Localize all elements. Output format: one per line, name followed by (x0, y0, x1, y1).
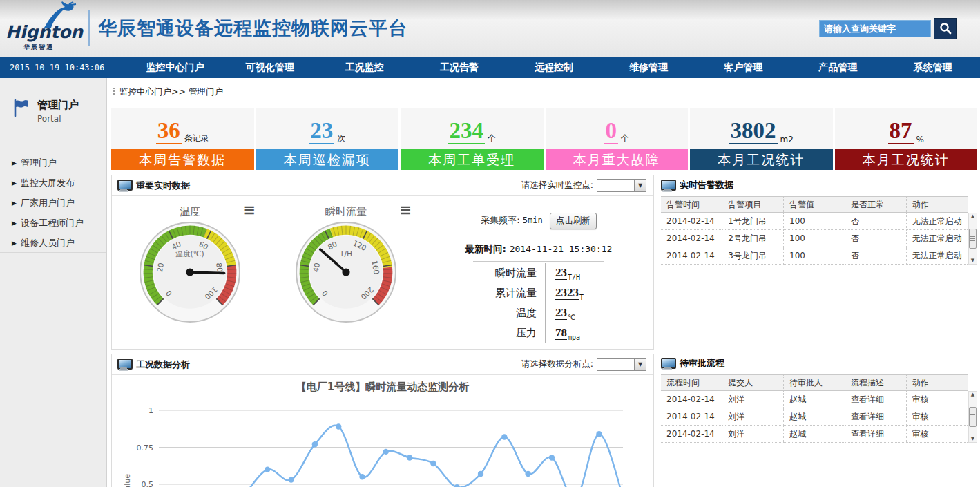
column-header: 告警项目 (722, 197, 784, 213)
stat-card-2: 234个本周工单受理 (401, 108, 544, 170)
table-cell: 刘洋 (722, 408, 784, 426)
scroll-up-icon[interactable]: ▲ (971, 392, 974, 398)
stat-card-value[interactable]: 3802 (729, 121, 778, 144)
stat-card-value-area: 36条记录 (111, 108, 254, 149)
svg-text:0.75: 0.75 (137, 443, 154, 452)
alarm-table-wrap: 告警时间告警项目告警值是否正常动作2014-02-141号龙门吊100否无法正常… (661, 196, 977, 265)
sidebar-item-1[interactable]: ▶监控大屏发布 (0, 173, 106, 193)
stat-card-value[interactable]: 87 (888, 121, 914, 144)
monitor-point-select[interactable]: ▼ (597, 179, 646, 192)
alarm-panel-header: 实时告警数据 (661, 175, 977, 195)
stat-card-value-area: 23次 (256, 108, 399, 149)
svg-text:40: 40 (311, 262, 322, 273)
stat-card-value[interactable]: 23 (309, 121, 334, 144)
sidebar-item-2[interactable]: ▶厂家用户门户 (0, 193, 106, 213)
reading-value: 78 (555, 327, 567, 340)
nav-item-7[interactable]: 产品管理 (791, 57, 885, 78)
scroll-down-icon[interactable]: ▼ (971, 258, 974, 264)
table-cell[interactable]: 查看详细 (845, 426, 906, 443)
nav-item-1[interactable]: 可视化管理 (222, 57, 317, 78)
reading-row: 累计流量2323T (473, 283, 604, 303)
reading-label: 瞬时流量 (473, 267, 537, 280)
scroll-thumb[interactable] (969, 229, 977, 249)
stat-card-label: 本月重大故障 (546, 149, 689, 170)
reading-label: 累计流量 (473, 287, 537, 300)
stat-card-value[interactable]: 36 (156, 121, 182, 144)
arrow-right-icon: ▶ (12, 213, 17, 233)
column-header: 告警时间 (661, 197, 722, 213)
analysis-point-select[interactable]: ▼ (597, 358, 646, 371)
stat-card-unit: 次 (337, 133, 345, 144)
stat-cards: 36条记录本周告警数据23次本周巡检漏项234个本周工单受理0个本月重大故障38… (111, 106, 977, 170)
nav-item-3[interactable]: 工况告警 (412, 57, 506, 78)
nav-item-2[interactable]: 工况监控 (317, 57, 412, 78)
stat-card-value-area: 3802m2 (690, 108, 833, 149)
stat-card-value[interactable]: 234 (448, 121, 486, 144)
brand-name: Hignton (6, 22, 83, 42)
column-header: 告警值 (784, 197, 845, 213)
table-cell: 刘洋 (722, 391, 784, 408)
table-cell[interactable]: 查看详细 (845, 408, 906, 426)
right-column: 实时告警数据 告警时间告警项目告警值是否正常动作2014-02-141号龙门吊1… (661, 175, 977, 487)
gauge-menu-icon[interactable]: ≡ (243, 202, 256, 218)
sample-frequency-value: 5min (523, 216, 543, 225)
table-header-row: 流程时间提交人待审批人流程描述动作 (661, 375, 968, 391)
logo-divider (88, 10, 90, 46)
reading-unit: T/H (568, 274, 580, 283)
breadcrumb-icon (113, 88, 115, 96)
table-cell[interactable]: 审核 (906, 391, 968, 408)
nav-item-8[interactable]: 系统管理 (885, 57, 980, 78)
nav-item-5[interactable]: 维修管理 (602, 57, 696, 78)
table-cell: 无法正常启动 (906, 247, 968, 265)
sidebar-item-label: 管理门户 (21, 157, 57, 168)
scrollbar[interactable]: ▲ ▼ (968, 213, 977, 265)
table-cell[interactable]: 审核 (906, 408, 968, 426)
svg-text:1: 1 (148, 406, 153, 415)
reading-value: 23 (555, 267, 567, 280)
reading-divider (545, 323, 546, 343)
refresh-button[interactable]: 点击刷新 (550, 213, 597, 229)
nav-item-0[interactable]: 监控中心门户 (128, 57, 222, 78)
scrollbar[interactable]: ▲ ▼ (968, 391, 977, 443)
search-input[interactable] (819, 20, 931, 37)
reading-divider (545, 263, 546, 283)
realtime-body: 温度 ≡ 020406080100温度(℃) 瞬时流量 ≡ 040 (112, 196, 653, 349)
reading-unit: ℃ (568, 314, 575, 323)
table-cell: 否 (845, 230, 906, 247)
table-cell[interactable]: 审核 (906, 426, 968, 443)
table-row: 2014-02-143号龙门吊100否无法正常启动 (661, 247, 968, 265)
stat-card-value-area: 234个 (401, 108, 544, 149)
table-cell[interactable]: 查看详细 (845, 391, 906, 408)
stat-card-0: 36条记录本周告警数据 (111, 108, 254, 170)
svg-text:温度(℃): 温度(℃) (175, 249, 204, 258)
approval-table-wrap: 流程时间提交人待审批人流程描述动作2014-02-14刘洋赵城查看详细审核201… (661, 374, 977, 443)
stat-card-label: 本周巡检漏项 (256, 149, 399, 170)
alarm-panel-title: 实时告警数据 (680, 179, 733, 191)
reading-unit: mpa (568, 334, 580, 343)
scroll-thumb[interactable] (969, 407, 977, 427)
arrow-right-icon: ▶ (12, 233, 17, 253)
table-cell: 无法正常启动 (906, 213, 968, 230)
flag-icon (12, 99, 30, 117)
nav-item-6[interactable]: 客户管理 (696, 57, 791, 78)
readings-table: 瞬时流量23T/H累计流量2323T温度23℃压力78mpa (473, 261, 604, 345)
scroll-up-icon[interactable]: ▲ (971, 213, 974, 220)
nav-item-4[interactable]: 远程控制 (506, 57, 601, 78)
svg-text:value: value (123, 474, 132, 487)
gauge-menu-icon[interactable]: ≡ (399, 202, 412, 218)
sidebar-item-3[interactable]: ▶设备工程师门户 (0, 213, 106, 233)
analysis-point-select-group: 请选择数据分析点: ▼ (521, 358, 646, 371)
search-button[interactable] (934, 18, 957, 39)
sidebar-item-0[interactable]: ▶管理门户 (0, 153, 106, 173)
flow-line-chart: 10.750.5value (112, 396, 653, 487)
sidebar-menu: ▶管理门户▶监控大屏发布▶厂家用户门户▶设备工程师门户▶维修人员门户 (0, 153, 106, 253)
scroll-down-icon[interactable]: ▼ (971, 436, 974, 442)
flow-gauge-title: 瞬时流量 (325, 205, 367, 218)
flow-gauge: 04080120160200T/H (294, 220, 398, 325)
latest-time-label: 最新时间: (465, 243, 506, 254)
column-header: 提交人 (722, 375, 784, 391)
column-header: 动作 (906, 375, 968, 391)
sidebar-item-4[interactable]: ▶维修人员门户 (0, 233, 106, 253)
realtime-panel: 重要实时数据 请选择实时监控点: ▼ (111, 175, 654, 350)
stat-card-value[interactable]: 0 (604, 121, 619, 144)
